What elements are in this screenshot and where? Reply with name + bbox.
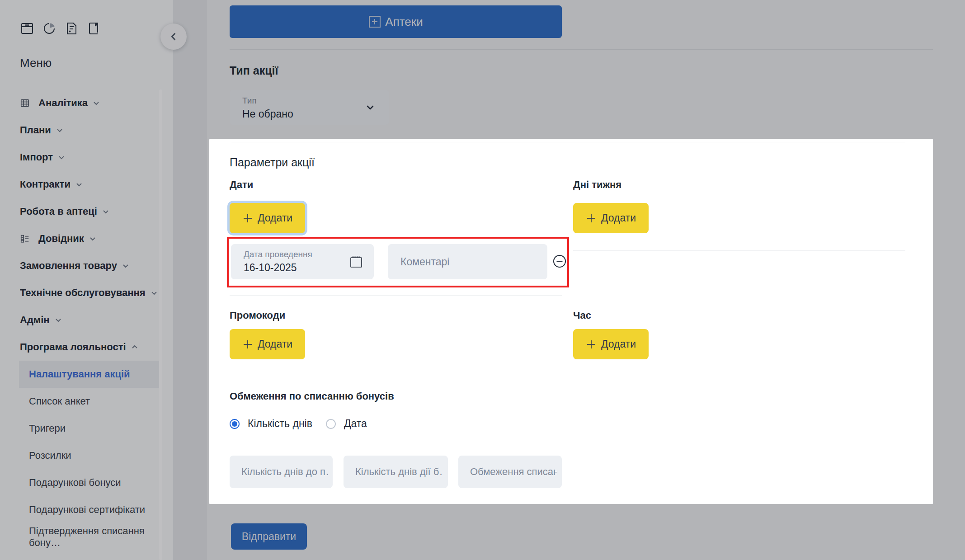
sidebar-item-label: Робота в аптеці [20, 206, 97, 217]
pharmacies-button[interactable]: Аптеки [230, 5, 562, 38]
chevron-down-icon [56, 127, 63, 134]
divider [230, 370, 562, 370]
sidebar-subitem-label: Налаштування акцій [29, 368, 130, 380]
writeoff-limit-placeholder: Обмеження списан… [470, 466, 557, 478]
add-weekday-button-label: Додати [601, 212, 636, 224]
chevron-down-icon [122, 262, 129, 269]
divider [230, 295, 562, 296]
sidebar-item-zamovlennya-tovaru[interactable]: Замовлення товару [0, 252, 174, 279]
add-weekday-button[interactable]: Додати [573, 203, 649, 233]
minus-circle-icon [551, 253, 568, 270]
sidebar-subitem-label: Тригери [29, 423, 66, 434]
sidebar-subitem-spysok-anket[interactable]: Список анкет [0, 388, 174, 415]
sidebar-subitem-tryhery[interactable]: Тригери [0, 415, 174, 442]
chevron-down-icon [55, 316, 62, 324]
sidebar-subitem-nalashtuvannya-aktsiy[interactable]: Налаштування акцій [19, 361, 161, 388]
chevron-down-icon [365, 102, 376, 113]
table-icon [20, 98, 30, 108]
promo-parameters-panel: Параметри акції Дати Додати Дата проведе… [209, 139, 933, 504]
remove-date-row-button[interactable] [551, 253, 568, 270]
sidebar-title: Меню [20, 56, 52, 70]
chevron-down-icon [58, 154, 65, 161]
bonus-limit-radio-group: Кількість днів Дата [230, 418, 367, 430]
plus-square-icon [368, 15, 381, 28]
add-time-button[interactable]: Додати [573, 329, 649, 359]
sidebar-item-label: Контракти [20, 179, 71, 190]
plus-icon [242, 339, 253, 350]
sidebar-subitem-pidtverdzhennya-spysannya[interactable]: Підтвердження списання бону… [0, 523, 174, 551]
sidebar-item-prohrama-loyalnosti[interactable]: Програма лояльності [0, 334, 174, 361]
sidebar-toolbar [20, 21, 101, 36]
sidebar-subitem-rozsylky[interactable]: Розсилки [0, 442, 174, 469]
sidebar-item-admin[interactable]: Адмін [0, 306, 174, 334]
sidebar-item-analitika[interactable]: Аналітика [0, 89, 174, 117]
bonus-validity-days-field[interactable]: Кількість днів дії б… [344, 456, 448, 488]
add-date-button-label: Додати [258, 212, 292, 224]
add-promocode-button-label: Додати [258, 338, 292, 350]
sidebar-item-label: Імпорт [20, 151, 53, 163]
archive-icon[interactable] [20, 21, 34, 36]
sidebar-item-label: Замовлення товару [20, 260, 117, 272]
sidebar-item-label: Адмін [20, 314, 50, 326]
document-icon[interactable] [64, 21, 79, 36]
sidebar-collapse-button[interactable] [160, 24, 187, 50]
radio-days-option[interactable]: Кількість днів [230, 418, 312, 430]
chevron-left-icon [169, 32, 179, 42]
bonus-validity-placeholder: Кількість днів дії б… [355, 466, 443, 478]
sidebar-item-import[interactable]: Імпорт [0, 144, 174, 171]
sidebar-subitem-podarunkovi-sertyfikaty[interactable]: Подарункові сертифікати [0, 496, 174, 523]
comment-field[interactable]: Коментарі [388, 244, 547, 279]
chevron-down-icon [89, 235, 96, 242]
sidebar-item-plany[interactable]: Плани [0, 117, 174, 144]
book-icon[interactable] [86, 21, 101, 36]
promo-type-select[interactable]: Тип Не обрано [230, 90, 389, 125]
sidebar-item-label: Програма лояльності [20, 341, 126, 353]
select-value: Не обрано [242, 108, 293, 120]
comment-field-placeholder: Коментарі [400, 256, 449, 268]
days-before-field[interactable]: Кількість днів до п… [230, 456, 333, 488]
sidebar-subitem-label: Підтвердження списання бону… [29, 525, 174, 549]
add-date-button[interactable]: Додати [230, 203, 305, 233]
sidebar: Меню Аналітика Плани Імпорт [0, 0, 174, 560]
divider [230, 49, 933, 50]
select-label: Тип [242, 96, 257, 106]
writeoff-limit-field[interactable]: Обмеження списан… [458, 456, 562, 488]
chevron-down-icon [151, 289, 158, 296]
days-before-placeholder: Кількість днів до п… [241, 466, 328, 478]
divider [573, 250, 905, 251]
promocodes-section-title: Промокоди [230, 310, 285, 321]
add-promocode-button[interactable]: Додати [230, 329, 305, 359]
sidebar-item-robota-v-aptetsi[interactable]: Робота в аптеці [0, 198, 174, 225]
sidebar-subitem-label: Подарункові сертифікати [29, 504, 145, 516]
calendar-icon[interactable] [348, 254, 364, 269]
date-field-value: 16-10-2025 [244, 262, 297, 274]
time-section-title: Час [573, 310, 591, 321]
radio-days-label: Кількість днів [248, 418, 312, 430]
radio-date-option[interactable]: Дата [326, 418, 367, 430]
weekdays-section-title: Дні тижня [573, 179, 621, 191]
date-field-label: Дата проведення [244, 249, 312, 259]
main-content: Аптеки Тип акції Тип Не обрано Параметри… [174, 0, 965, 560]
sidebar-subitem-label: Розсилки [29, 450, 71, 461]
sidebar-item-dovidnyk[interactable]: Довідник [0, 225, 174, 252]
sidebar-subitem-podarunkovi-bonusy[interactable]: Подарункові бонуси [0, 469, 174, 496]
sidebar-menu: Аналітика Плани Імпорт Контракти Робота [0, 89, 174, 551]
sidebar-item-label: Плани [20, 124, 51, 136]
radio-unselected-icon [326, 419, 336, 429]
chevron-up-icon [131, 344, 138, 351]
sidebar-item-label: Технічне обслуговування [20, 287, 146, 299]
chevron-down-icon [75, 181, 83, 188]
date-field[interactable]: Дата проведення 16-10-2025 [231, 244, 374, 279]
divider [231, 142, 905, 142]
sidebar-item-kontrakty[interactable]: Контракти [0, 171, 174, 198]
pie-chart-icon[interactable] [42, 21, 56, 36]
plus-icon [586, 213, 597, 224]
panel-title: Параметри акції [230, 156, 315, 169]
sidebar-item-tekhnichne-obsluhovuvannya[interactable]: Технічне обслуговування [0, 279, 174, 306]
plus-icon [586, 339, 597, 350]
dates-section-title: Дати [230, 179, 253, 191]
submit-button[interactable]: Відправити [231, 523, 307, 550]
chevron-down-icon [102, 208, 109, 215]
sidebar-scrollbar[interactable] [159, 89, 162, 560]
sidebar-subitem-label: Подарункові бонуси [29, 477, 121, 489]
